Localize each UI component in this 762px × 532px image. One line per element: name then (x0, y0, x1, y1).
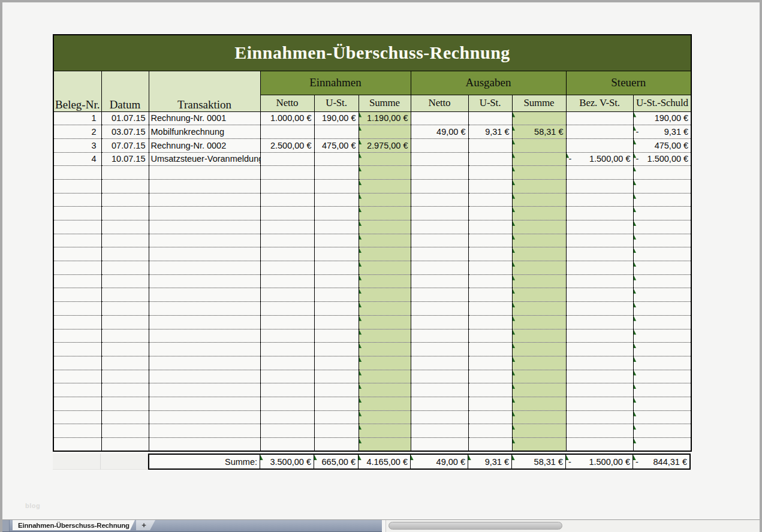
table-cell[interactable] (633, 207, 691, 220)
subheader-ust-schuld[interactable]: U-St.-Schuld (633, 95, 691, 111)
table-cell[interactable] (512, 315, 566, 329)
table-cell[interactable] (53, 315, 101, 329)
table-cell[interactable] (260, 356, 314, 370)
table-cell[interactable] (101, 179, 149, 193)
summary-label-cell[interactable]: Summe: (149, 455, 260, 468)
table-cell[interactable] (149, 397, 260, 410)
table-cell[interactable] (260, 234, 314, 247)
table-cell[interactable] (566, 179, 633, 193)
table-cell[interactable]: Mobilfunkrechnung (149, 125, 260, 139)
table-cell[interactable] (411, 179, 468, 193)
table-cell[interactable] (260, 125, 314, 139)
table-cell[interactable] (512, 397, 566, 410)
table-cell[interactable] (314, 397, 359, 410)
subheader-ust-ausgaben[interactable]: U-St. (468, 95, 512, 111)
header-beleg-nr[interactable]: Beleg-Nr. (53, 71, 101, 111)
table-cell[interactable] (411, 166, 468, 180)
table-cell[interactable]: -9,31 € (633, 125, 691, 139)
table-cell[interactable] (149, 179, 260, 193)
table-cell[interactable] (566, 207, 633, 220)
table-cell[interactable] (314, 193, 359, 207)
subheader-ust-einnahmen[interactable]: U-St. (314, 95, 359, 111)
table-cell[interactable] (633, 288, 691, 302)
table-cell[interactable] (411, 234, 468, 247)
table-cell[interactable] (512, 152, 566, 166)
table-cell[interactable] (566, 220, 633, 234)
table-cell[interactable]: 1.190,00 € (359, 111, 411, 125)
summary-value-cell[interactable]: 4.165,00 € (358, 455, 410, 468)
table-cell[interactable] (633, 315, 691, 329)
table-cell[interactable] (260, 315, 314, 329)
summary-value-cell[interactable]: 665,00 € (314, 455, 358, 468)
table-cell[interactable] (101, 207, 149, 220)
table-cell[interactable] (260, 397, 314, 410)
table-cell[interactable] (101, 438, 149, 452)
table-cell[interactable] (411, 111, 468, 125)
table-cell[interactable] (566, 315, 633, 329)
table-cell[interactable] (359, 261, 411, 275)
table-cell[interactable] (566, 193, 633, 207)
table-cell[interactable] (468, 343, 512, 356)
table-cell[interactable] (101, 383, 149, 397)
table-cell[interactable] (633, 343, 691, 356)
group-header-steuern[interactable]: Steuern (566, 71, 691, 95)
table-cell[interactable] (411, 424, 468, 438)
table-cell[interactable] (411, 193, 468, 207)
table-cell[interactable] (260, 410, 314, 424)
table-cell[interactable] (101, 424, 149, 438)
table-cell[interactable] (260, 424, 314, 438)
table-cell[interactable] (359, 397, 411, 410)
table-cell[interactable] (411, 383, 468, 397)
table-cell[interactable] (260, 288, 314, 302)
table-cell[interactable] (149, 193, 260, 207)
table-cell[interactable] (468, 247, 512, 261)
table-cell[interactable] (566, 383, 633, 397)
table-cell[interactable] (411, 356, 468, 370)
table-cell[interactable] (53, 424, 101, 438)
table-cell[interactable] (468, 138, 512, 152)
table-cell[interactable] (53, 438, 101, 452)
table-cell[interactable] (101, 356, 149, 370)
table-cell[interactable]: -1.500,00 € (566, 152, 633, 166)
table-cell[interactable] (359, 315, 411, 329)
table-cell[interactable] (260, 220, 314, 234)
table-cell[interactable]: -1.500,00 € (633, 152, 691, 166)
table-cell[interactable] (149, 288, 260, 302)
table-cell[interactable]: 9,31 € (468, 125, 512, 139)
table-cell[interactable] (512, 220, 566, 234)
table-cell[interactable]: 10.07.15 (101, 152, 149, 166)
table-cell[interactable] (633, 424, 691, 438)
table-cell[interactable] (149, 247, 260, 261)
table-cell[interactable] (411, 138, 468, 152)
table-cell[interactable] (53, 247, 101, 261)
table-cell[interactable] (512, 193, 566, 207)
scrollbar-thumb[interactable] (388, 522, 562, 530)
table-cell[interactable] (314, 166, 359, 180)
table-cell[interactable] (260, 166, 314, 180)
table-cell[interactable] (260, 329, 314, 343)
table-cell[interactable] (468, 356, 512, 370)
table-cell[interactable] (101, 343, 149, 356)
table-cell[interactable] (633, 234, 691, 247)
table-cell[interactable] (359, 356, 411, 370)
table-cell[interactable] (314, 152, 359, 166)
table-cell[interactable] (149, 315, 260, 329)
table-cell[interactable] (149, 302, 260, 316)
table-cell[interactable] (411, 261, 468, 275)
table-cell[interactable]: 3 (53, 138, 101, 152)
table-cell[interactable] (260, 370, 314, 383)
subheader-netto-einnahmen[interactable]: Netto (260, 95, 314, 111)
table-cell[interactable] (101, 397, 149, 410)
table-cell[interactable] (468, 274, 512, 288)
table-cell[interactable]: 475,00 € (633, 138, 691, 152)
table-cell[interactable] (633, 329, 691, 343)
table-cell[interactable]: 01.07.15 (101, 111, 149, 125)
table-cell[interactable] (359, 220, 411, 234)
table-cell[interactable] (633, 383, 691, 397)
table-cell[interactable] (53, 410, 101, 424)
table-cell[interactable] (512, 288, 566, 302)
table-cell[interactable] (314, 261, 359, 275)
table-cell[interactable] (512, 424, 566, 438)
table-cell[interactable] (468, 220, 512, 234)
table-cell[interactable] (101, 261, 149, 275)
